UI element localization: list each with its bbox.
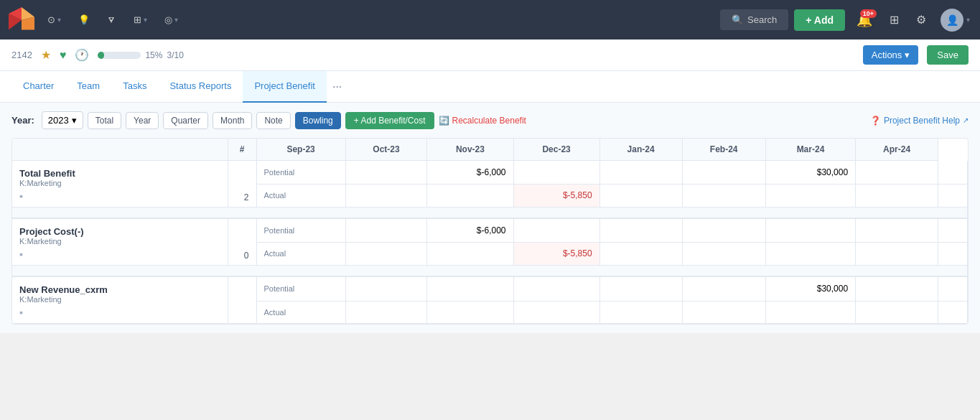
section3-icon[interactable]: ▪ xyxy=(19,307,23,318)
section2-r2-mar24 xyxy=(856,242,938,265)
search-label: Search xyxy=(747,14,777,25)
tab-status-reports[interactable]: Status Reports xyxy=(158,71,243,103)
col-header-jan24: Jan-24 xyxy=(599,139,682,161)
progress-bar-inner xyxy=(98,52,104,59)
year-label: Year: xyxy=(11,115,34,126)
heart-icon[interactable]: ♥ xyxy=(60,49,67,62)
section1-tag: K:Marketing xyxy=(19,179,220,187)
gauge-nav-btn[interactable]: ◎ ▾ xyxy=(159,10,184,29)
tabs-more[interactable]: ··· xyxy=(327,80,347,93)
section2-r1-oct23: $-6,000 xyxy=(427,218,513,242)
score-value: 2142 xyxy=(11,50,32,60)
section1-r2-apr24 xyxy=(938,184,968,207)
recalc-icon: 🔄 xyxy=(439,116,449,126)
section1-r1-feb24: $30,000 xyxy=(765,161,855,185)
clock-icon[interactable]: 🕐 xyxy=(75,48,89,62)
content-area: Year: 2023 ▾ Total Year Quarter Month No… xyxy=(0,103,980,333)
compass-icon: ⊙ xyxy=(47,14,55,25)
section2-r1-mar24 xyxy=(856,218,938,242)
section1-r1-oct23: $-6,000 xyxy=(427,161,513,185)
section2-icon[interactable]: ▪ xyxy=(19,248,23,260)
section1-row1-type: Potential xyxy=(256,161,345,185)
recalculate-benefit-button[interactable]: 🔄 Recalculate Benefit xyxy=(439,116,526,126)
section1-icon[interactable]: ▪ xyxy=(19,190,23,202)
actions-button[interactable]: Actions ▾ xyxy=(863,45,919,65)
gauge-dropdown-icon: ▾ xyxy=(174,16,178,24)
toolbar: Year: 2023 ▾ Total Year Quarter Month No… xyxy=(11,111,969,129)
view-note-btn[interactable]: Note xyxy=(256,112,290,129)
view-total-btn[interactable]: Total xyxy=(88,112,121,129)
section2-r1-feb24 xyxy=(765,218,855,242)
section2-r1-nov23 xyxy=(513,218,599,242)
tab-team[interactable]: Team xyxy=(65,71,111,103)
add-label: + Add xyxy=(806,14,834,26)
view-year-btn[interactable]: Year xyxy=(126,112,159,129)
section1-r2-nov23: $-5,850 xyxy=(513,184,599,207)
section2-tag: K:Marketing xyxy=(19,237,220,246)
col-header-num: # xyxy=(228,139,256,161)
section1-r1-sep23 xyxy=(345,161,427,185)
section-divider xyxy=(12,266,968,277)
section3-r1-jan24 xyxy=(682,276,765,301)
second-row: 2142 ★ ♥ 🕐 15% 3/10 Actions ▾ Save xyxy=(0,39,980,71)
table-nav-btn[interactable]: ⊞ ▾ xyxy=(128,10,153,29)
section2-row2-type: Actual xyxy=(256,242,345,265)
recalc-label: Recalculate Benefit xyxy=(452,116,526,126)
col-header-mar24: Mar-24 xyxy=(765,139,855,161)
tab-project-benefit[interactable]: Project Benefit xyxy=(243,71,327,103)
year-dropdown-icon: ▾ xyxy=(72,115,77,126)
section2-name: Project Cost(-) xyxy=(19,226,220,237)
table-icon: ⊞ xyxy=(134,14,141,25)
section3-row2-type: Actual xyxy=(256,301,345,323)
section2-r2-nov23: $-5,850 xyxy=(513,242,599,265)
save-button[interactable]: Save xyxy=(927,45,969,65)
bulb-icon: 💡 xyxy=(78,14,90,25)
section2-r2-sep23 xyxy=(345,242,427,265)
section1-r2-oct23 xyxy=(427,184,513,207)
logo[interactable] xyxy=(7,6,36,34)
section3-r1-dec23 xyxy=(599,276,682,301)
view-quarter-btn[interactable]: Quarter xyxy=(163,112,208,129)
section3-r1-feb24: $30,000 xyxy=(765,276,855,301)
avatar-button[interactable]: 👤 ▾ xyxy=(938,6,973,34)
section1-r1-apr24 xyxy=(938,161,968,185)
notification-badge: 10+ xyxy=(860,9,877,18)
notification-button[interactable]: 🔔 10+ xyxy=(851,8,878,32)
search-button[interactable]: 🔍 Search xyxy=(720,9,788,30)
tab-charter[interactable]: Charter xyxy=(11,71,65,103)
benefit-table: # Sep-23 Oct-23 Nov-23 Dec-23 Jan-24 Feb… xyxy=(11,138,969,325)
tab-tasks[interactable]: Tasks xyxy=(111,71,158,103)
section3-r1-mar24 xyxy=(856,276,938,301)
section-divider xyxy=(12,207,968,219)
year-selector[interactable]: 2023 ▾ xyxy=(42,111,83,129)
project-benefit-help-button[interactable]: ❓ Project Benefit Help ↗ xyxy=(870,116,969,126)
compass-nav-btn[interactable]: ⊙ ▾ xyxy=(42,10,67,29)
grid-button[interactable]: ⊞ xyxy=(884,9,905,31)
view-bowling-btn[interactable]: Bowling xyxy=(295,112,341,129)
avatar-dropdown-icon: ▾ xyxy=(966,16,970,24)
gauge-icon: ◎ xyxy=(164,14,172,25)
section1-r2-dec23 xyxy=(599,184,682,207)
progress-bar-outer xyxy=(98,52,141,59)
view-month-btn[interactable]: Month xyxy=(213,112,252,129)
add-button[interactable]: + Add xyxy=(794,9,845,31)
table-row: Project Cost(-) K:Marketing ▪ 0 Potentia… xyxy=(12,218,968,242)
help-label: Project Benefit Help xyxy=(884,116,960,126)
section1-r1-mar24 xyxy=(856,161,938,185)
section3-tag: K:Marketing xyxy=(19,295,220,304)
section2-r1-sep23 xyxy=(345,218,427,242)
bulb-nav-btn[interactable]: 💡 xyxy=(73,10,95,29)
settings-button[interactable]: ⚙ xyxy=(910,9,932,31)
progress-percent: 15% xyxy=(145,50,162,60)
section3-row1-type: Potential xyxy=(256,276,345,301)
external-link-icon: ↗ xyxy=(963,116,969,124)
add-benefit-cost-button[interactable]: + Add Benefit/Cost xyxy=(345,112,434,129)
section3-r1-apr24 xyxy=(938,276,968,301)
star-icon[interactable]: ★ xyxy=(41,48,51,62)
section1-r2-sep23 xyxy=(345,184,427,207)
section2-count: 0 xyxy=(244,251,249,261)
filter-nav-btn[interactable]: ⛛ xyxy=(101,10,122,29)
col-header-oct23: Oct-23 xyxy=(345,139,427,161)
col-header-label xyxy=(12,139,228,161)
col-header-feb24: Feb-24 xyxy=(682,139,765,161)
